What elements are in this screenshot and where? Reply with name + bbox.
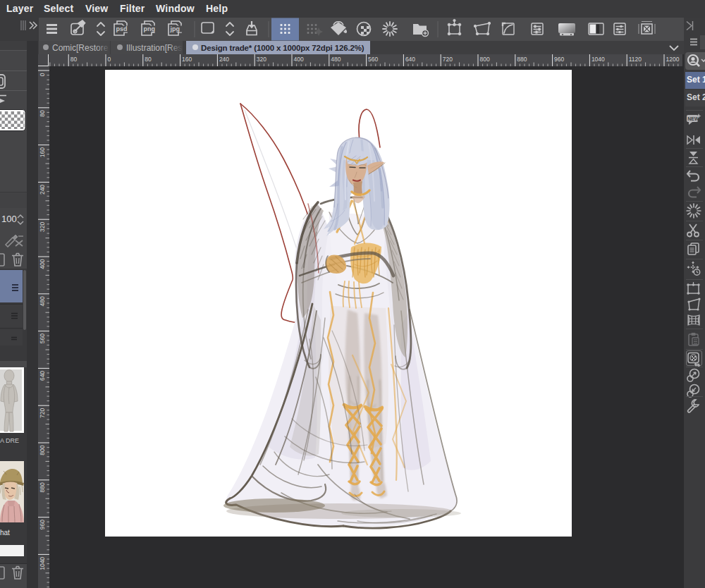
svg-text:320: 320 [39,221,46,231]
svg-text:640: 640 [39,371,46,381]
svg-text:0: 0 [108,56,111,63]
svg-text:400: 400 [39,259,46,269]
svg-text:psd: psd [116,25,128,32]
svg-text:960: 960 [554,56,564,63]
svg-text:jpg: jpg [170,25,180,32]
svg-text:80: 80 [70,56,78,63]
svg-text:240: 240 [39,185,46,195]
svg-text:880: 880 [39,482,46,492]
svg-text:NEW: NEW [687,116,699,121]
svg-text:720: 720 [39,408,46,417]
svg-text:880: 880 [517,56,527,63]
svg-text:400: 400 [294,56,304,63]
svg-text:800: 800 [39,445,46,455]
svg-text:80: 80 [39,110,46,117]
svg-text:720: 720 [443,56,453,63]
svg-text:160: 160 [182,56,192,63]
svg-text:160: 160 [39,147,46,157]
svg-text:960: 960 [39,520,46,529]
svg-text:1200: 1200 [666,56,680,63]
svg-text:320: 320 [257,56,266,63]
svg-text:800: 800 [480,56,490,63]
svg-text:240: 240 [219,56,229,63]
svg-text:1120: 1120 [629,56,642,63]
svg-text:640: 640 [405,56,415,63]
svg-text:480: 480 [331,56,341,63]
svg-text:png: png [144,25,156,32]
svg-text:560: 560 [39,333,46,343]
svg-text:560: 560 [368,56,378,63]
svg-text:80: 80 [145,56,152,63]
svg-text:1040: 1040 [39,557,46,570]
svg-text:0: 0 [39,73,46,76]
svg-text:1040: 1040 [591,56,605,63]
svg-text:480: 480 [39,296,46,306]
